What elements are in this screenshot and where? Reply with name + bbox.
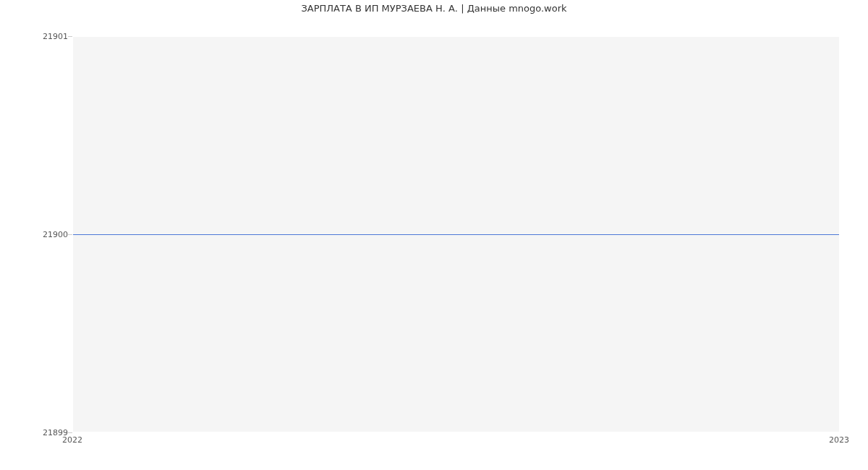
chart-title: ЗАРПЛАТА В ИП МУРЗАЕВА Н. А. | Данные mn… <box>0 3 868 14</box>
data-series-line <box>73 234 839 235</box>
y-tick-label: 21900 <box>43 230 68 239</box>
x-tick-label: 2023 <box>829 435 849 445</box>
plot-area <box>72 36 839 432</box>
y-tick-label: 21901 <box>43 32 68 41</box>
gridline <box>73 36 839 37</box>
x-tick-label: 2022 <box>62 435 82 445</box>
chart-container: ЗАРПЛАТА В ИП МУРЗАЕВА Н. А. | Данные mn… <box>0 0 868 470</box>
y-tick-mark <box>68 432 72 433</box>
